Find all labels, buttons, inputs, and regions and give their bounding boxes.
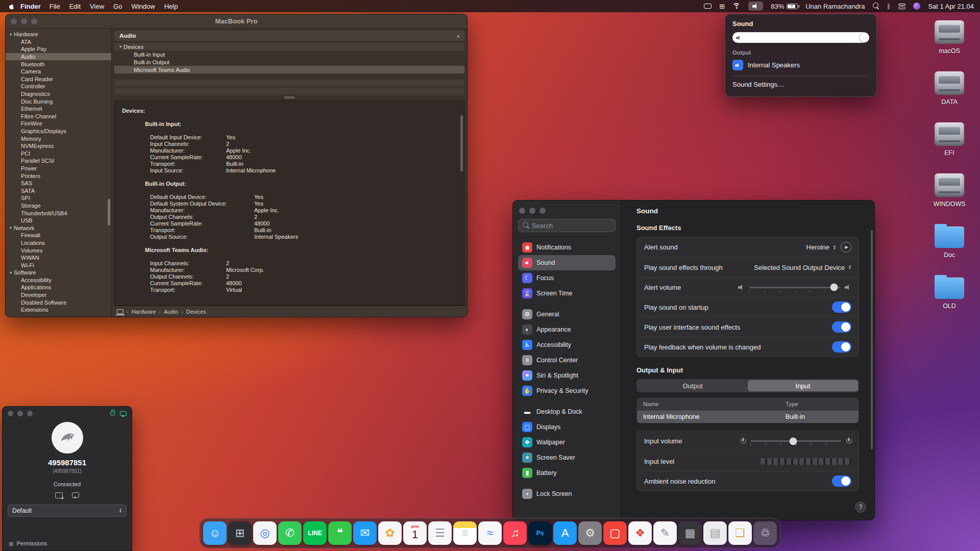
dock-icon-system-settings[interactable]: ⚙ xyxy=(578,521,602,545)
collapse-chevron-icon[interactable] xyxy=(457,33,459,38)
system-info-sidebar-item[interactable]: Accessibility xyxy=(6,277,111,284)
sidebar-item-appearance[interactable]: ◐ Appearance xyxy=(518,322,616,337)
anydesk-titlebar[interactable] xyxy=(3,407,132,420)
dock-icon-photoshop[interactable]: Ps xyxy=(528,521,552,545)
menu-bar-item[interactable]: Help xyxy=(160,3,183,10)
table-row[interactable]: Internal Microphone Built-in xyxy=(637,410,859,423)
dock-icon-whatsapp[interactable]: ✆ xyxy=(278,521,302,545)
sidebar-scrollbar[interactable] xyxy=(108,199,110,226)
search-input[interactable] xyxy=(532,222,611,230)
system-info-sidebar-item[interactable]: Extensions xyxy=(6,306,111,314)
help-button[interactable] xyxy=(855,502,866,513)
apple-menu-icon[interactable] xyxy=(6,3,16,10)
window-grid-icon[interactable] xyxy=(719,3,725,10)
ambient-noise-toggle[interactable] xyxy=(832,475,851,487)
sidebar-item-sound[interactable]: Sound xyxy=(518,255,616,270)
minimize-button[interactable] xyxy=(17,411,23,416)
tab-input[interactable]: Input xyxy=(748,380,858,391)
system-info-sidebar-item[interactable]: USB xyxy=(6,217,111,224)
system-info-sidebar-item[interactable]: Parallel SCSI xyxy=(6,157,111,165)
dock-icon-launchpad[interactable]: ⊞ xyxy=(228,521,252,545)
system-info-sidebar-item[interactable]: Printers xyxy=(6,172,111,180)
system-info-sidebar-item[interactable]: Disabled Software xyxy=(6,298,111,306)
system-info-sidebar-item[interactable]: PCI xyxy=(6,150,111,158)
volume-slider[interactable] xyxy=(732,32,869,43)
dock-icon-messages[interactable]: ❝ xyxy=(328,521,352,545)
menu-bar-item[interactable]: Edit xyxy=(65,3,85,10)
system-info-sidebar-item[interactable]: FireWire xyxy=(6,120,111,128)
alert-volume-slider[interactable] xyxy=(749,283,840,291)
dock-icon-line[interactable]: LINE xyxy=(303,521,327,545)
menu-bar-item[interactable]: File xyxy=(45,3,65,10)
system-info-sidebar-item[interactable]: Wi-Fi xyxy=(6,261,111,269)
display-icon[interactable] xyxy=(704,4,712,9)
dock-icon-documents[interactable]: ❏ xyxy=(728,521,752,545)
permissions-section[interactable]: Permissions xyxy=(3,536,132,550)
wifi-icon[interactable] xyxy=(732,3,741,9)
device-tree-row[interactable]: Devices xyxy=(114,43,464,51)
play-alert-sound-button[interactable] xyxy=(841,242,851,253)
system-info-sidebar-item[interactable]: Graphics/Displays xyxy=(6,128,111,135)
minimize-button[interactable] xyxy=(21,18,27,24)
breadcrumb-item[interactable]: Devices xyxy=(181,309,206,315)
sidebar-item-privacy-security[interactable]: ✋ Privacy & Security xyxy=(518,383,616,398)
system-info-sidebar-item[interactable]: Network xyxy=(6,224,111,232)
sidebar-item-siri-spotlight[interactable]: ✦ Siri & Spotlight xyxy=(518,368,616,383)
dock-icon-utility[interactable]: ▦ xyxy=(678,521,702,545)
system-info-sidebar-item[interactable]: Fibre Channel xyxy=(6,113,111,120)
input-volume-knob[interactable] xyxy=(789,437,797,445)
dock-icon-misc-app[interactable]: ❖ xyxy=(628,521,652,545)
sidebar-item-battery[interactable]: ▮ Battery xyxy=(518,465,616,481)
desktop-icon-efi[interactable]: EFI xyxy=(925,122,974,157)
zoom-button[interactable] xyxy=(540,208,546,214)
system-info-sidebar-item[interactable]: SAS xyxy=(6,180,111,187)
alert-volume-knob[interactable] xyxy=(830,284,838,291)
system-info-sidebar-item[interactable]: Ethernet xyxy=(6,105,111,113)
close-button[interactable] xyxy=(11,18,17,24)
system-info-sidebar-item[interactable]: Camera xyxy=(6,68,111,76)
zoom-button[interactable] xyxy=(31,18,37,24)
system-info-sidebar-item[interactable]: Hardware xyxy=(6,31,111,38)
sidebar-item-screen-saver[interactable]: ✶ Screen Saver xyxy=(518,450,616,465)
dock-icon-calendar[interactable]: APR 1 xyxy=(403,521,427,545)
zoom-button[interactable] xyxy=(27,411,33,416)
system-info-sidebar-item[interactable]: Software xyxy=(6,269,111,277)
system-info-sidebar-item[interactable]: Controller xyxy=(6,83,111,90)
system-info-sidebar-item[interactable]: Audio xyxy=(6,53,111,61)
desktop-icon-macos[interactable]: macOS xyxy=(925,20,974,55)
startup-sound-toggle[interactable] xyxy=(832,302,851,313)
output-device-row[interactable]: Internal Speakers xyxy=(732,60,869,70)
input-volume-slider[interactable] xyxy=(750,437,841,445)
sidebar-item-displays[interactable]: ▢ Displays xyxy=(518,419,616,435)
dock-icon-freeform[interactable]: ≈ xyxy=(478,521,502,545)
sidebar-item-lock-screen[interactable]: ▪ Lock Screen xyxy=(518,486,616,502)
play-through-dropdown[interactable]: Selected Sound Output Device xyxy=(754,264,851,271)
fast-user-switch-menu[interactable]: Unan Ramachandra xyxy=(805,3,865,10)
sound-menu-extra[interactable] xyxy=(748,2,763,11)
sidebar-item-notifications[interactable]: ◉ Notifications xyxy=(518,240,616,255)
system-info-sidebar-item[interactable]: Apple Pay xyxy=(6,45,111,53)
device-tree-row[interactable]: Microsoft Teams Audio xyxy=(114,66,464,73)
dock-icon-mail[interactable]: ✉ xyxy=(353,521,377,545)
profile-select[interactable]: Default xyxy=(8,505,127,517)
system-info-sidebar-item[interactable]: Bluetooth xyxy=(6,60,111,68)
menu-bar-item[interactable]: Go xyxy=(109,3,127,10)
assistant-app-icon[interactable] xyxy=(913,3,920,10)
system-info-sidebar-item[interactable]: Applications xyxy=(6,284,111,291)
active-app-menu[interactable]: Finder xyxy=(20,3,41,10)
battery-indicator[interactable]: 83% xyxy=(771,3,798,10)
device-tree-row[interactable]: Built-in Output xyxy=(114,58,464,66)
dock-icon-trash[interactable]: ♲ xyxy=(753,521,777,545)
settings-scrollbar[interactable] xyxy=(871,230,873,449)
minimize-button[interactable] xyxy=(529,208,535,214)
sidebar-item-control-center[interactable]: ≡ Control Center xyxy=(518,353,616,368)
menu-bar-item[interactable]: View xyxy=(85,3,109,10)
system-info-sidebar-item[interactable]: Disc Burning xyxy=(6,97,111,105)
spotlight-icon[interactable] xyxy=(873,3,879,10)
desktop-icon-windows[interactable]: WINDOWS xyxy=(925,173,974,208)
system-info-sidebar-item[interactable]: Thunderbolt/USB4 xyxy=(6,209,111,217)
audio-section-header[interactable]: Audio xyxy=(114,31,464,41)
dock-icon-photos[interactable]: ✿ xyxy=(378,521,402,545)
system-info-sidebar-item[interactable]: Developer xyxy=(6,291,111,299)
settings-search-field[interactable] xyxy=(518,219,616,232)
